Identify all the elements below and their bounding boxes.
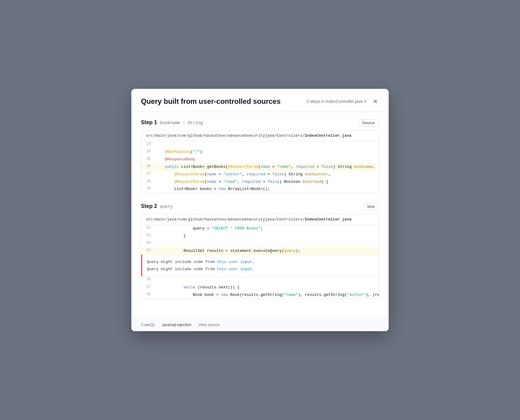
chevron-down-icon: ▼ (364, 100, 367, 103)
step1-code-lines: 23 24 @GetMapping("/") 25 @ResponseBody (141, 141, 379, 193)
step1-section: Step 1 bookname : String Source src/main… (141, 119, 379, 194)
bottom-bar: CodeQL java/sql-injection View source (131, 318, 389, 331)
code-line: 24 @GetMapping("/") (141, 148, 379, 156)
code-line: 23 (141, 141, 379, 149)
step1-label-group: Step 1 bookname : String (141, 119, 203, 126)
step1-code-block: src/main/java/com/github/hackathon/advan… (141, 130, 379, 194)
steps-dropdown[interactable]: 2 steps in IndexController.java ▼ (307, 99, 367, 104)
modal-overlay: Query built from user-controlled sources… (0, 0, 520, 420)
steps-info-text: 2 steps in IndexController.java (307, 99, 363, 104)
warning-link-2[interactable]: this user input (217, 267, 252, 271)
code-line: 25 @ResponseBody (141, 156, 379, 163)
step2-sink-badge[interactable]: Sink (363, 203, 379, 210)
modal-dialog: Query built from user-controlled sources… (131, 89, 389, 331)
step1-file-name: IndexController.java (305, 133, 352, 138)
warning-link-1[interactable]: this user input (217, 260, 252, 264)
code-line: 52 query = "SELECT * FROM Books"; (141, 225, 379, 232)
bottom-bar-rule[interactable]: java/sql-injection (162, 322, 191, 327)
code-line: 53 } (141, 232, 379, 240)
warning-line-2: Query might include code from this user … (147, 266, 374, 273)
step1-name: bookname : String (160, 121, 203, 125)
step2-code-lines-bottom: 56 57 while (results.next()) { 58 (141, 276, 379, 299)
code-line: 27 @RequestParam(name = "author", requir… (141, 171, 379, 178)
step1-source-badge[interactable]: Source (358, 119, 379, 127)
code-line: 29 List<Book> books = new ArrayList<Book… (141, 185, 379, 193)
code-line: 56 (141, 276, 379, 284)
code-line-highlighted: 55 ResultSet results = statement.execute… (141, 247, 379, 255)
modal-header: Query built from user-controlled sources… (131, 89, 389, 112)
step2-code-lines-top: 52 query = "SELECT * FROM Books"; 53 } (141, 225, 379, 255)
step2-label: Step 2 (141, 203, 157, 209)
modal-body: Step 1 bookname : String Source src/main… (131, 112, 389, 318)
step2-label-group: Step 2 query (141, 203, 173, 209)
code-line: 28 @RequestParam(name = "read", required… (141, 178, 379, 186)
modal-title: Query built from user-controlled sources (141, 97, 281, 106)
code-line: 58 Book book = new Book(results.getStrin… (141, 291, 379, 299)
step2-header: Step 2 query Sink (141, 203, 379, 210)
step2-section: Step 2 query Sink src/main/java/com/gith… (141, 203, 379, 299)
bottom-bar-codeql[interactable]: CodeQL (141, 322, 155, 327)
close-button[interactable]: ✕ (372, 97, 379, 106)
step2-code-block: src/main/java/com/github/hackathon/advan… (141, 214, 379, 299)
code-line: 57 while (results.next()) { (141, 284, 379, 291)
step1-header: Step 1 bookname : String Source (141, 119, 379, 127)
close-icon: ✕ (373, 98, 378, 104)
warning-block: Query might include code from this user … (141, 255, 379, 276)
modal-header-right: 2 steps in IndexController.java ▼ ✕ (307, 97, 379, 106)
code-line-highlighted: 26 public List<Book> getBooks(@RequestPa… (141, 163, 379, 171)
warning-line-1: Query might include code from this user … (147, 258, 374, 265)
code-line: 54 (141, 240, 379, 247)
bottom-bar-view-source[interactable]: View source (199, 322, 220, 327)
step2-file-path: src/main/java/com/github/hackathon/advan… (141, 214, 379, 225)
step1-label: Step 1 (141, 119, 157, 126)
step2-file-name: IndexController.java (305, 217, 352, 222)
step1-file-path: src/main/java/com/github/hackathon/advan… (141, 130, 379, 141)
step2-name: query (160, 204, 173, 209)
